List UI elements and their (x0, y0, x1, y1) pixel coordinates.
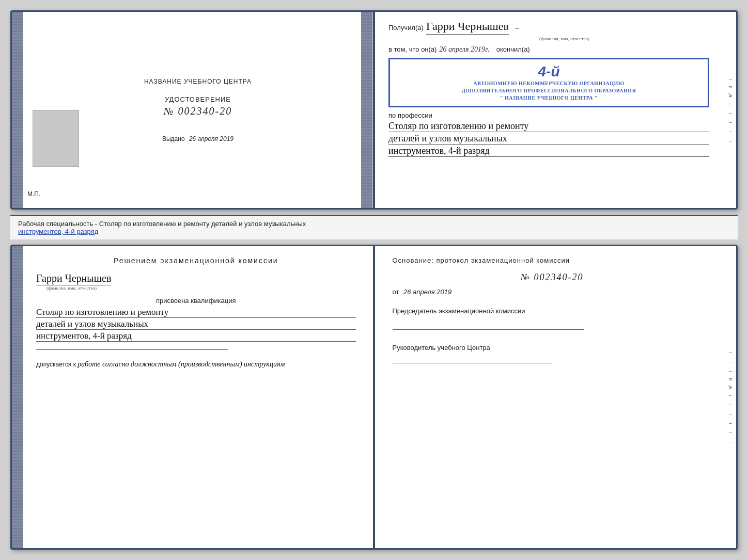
diploma-book-top: НАЗВАНИЕ УЧЕБНОГО ЦЕНТРА УДОСТОВЕРЕНИЕ №… (10, 10, 738, 210)
recipient-name-top: Гарри Чернышев (426, 20, 509, 35)
stamp-line3: " НАЗВАНИЕ УЧЕБНОГО ЦЕНТРА " (396, 94, 702, 102)
desc-line2: инструментов, 4-й разряд (18, 228, 98, 235)
reshen-title: Решением экзаменационной комиссии (36, 257, 356, 265)
dash3: – (729, 120, 731, 125)
top-right-page: Получил(а) Гарри Чернышев – (фамилия, им… (373, 12, 736, 208)
qual-line1: Столяр по изготовлению и ремонту (36, 307, 356, 318)
top-left-page: НАЗВАНИЕ УЧЕБНОГО ЦЕНТРА УДОСТОВЕРЕНИЕ №… (12, 12, 373, 208)
recipient-name-bottom-wrapper: Гарри Чернышев (36, 273, 356, 284)
profession-line1: Столяр по изготовлению и ремонту (388, 121, 709, 132)
left-content: НАЗВАНИЕ УЧЕБНОГО ЦЕНТРА УДОСТОВЕРЕНИЕ №… (144, 22, 252, 198)
protocol-num: № 002340-20 (393, 272, 712, 283)
sig-line-bottom (36, 349, 228, 350)
diploma-book-bottom: Решением экзаменационной комиссии Гарри … (10, 245, 738, 550)
ot-line: от 26 апреля 2019 (393, 288, 712, 296)
bdash2: – (729, 359, 731, 364)
vtom-label: в том, что он(а) (388, 45, 437, 53)
udostoverenie-num: № 002340-20 (164, 105, 232, 117)
dopuskaetsya-line: допускается к работе согласно должностны… (36, 360, 356, 369)
photo-placeholder (33, 110, 79, 167)
fio-hint-bottom: (фамилия, имя, отчество) (46, 285, 356, 291)
qual-line3: инструментов, 4-й разряд (36, 331, 356, 342)
bdash5: – (729, 411, 731, 417)
rukovoditel-label: Руководитель учебного Центра (393, 344, 490, 351)
bletter-i: и (728, 378, 734, 381)
okonchil-label: окончил(а) (496, 45, 530, 53)
page-wrapper: НАЗВАНИЕ УЧЕБНОГО ЦЕНТРА УДОСТОВЕРЕНИЕ №… (0, 0, 748, 560)
ot-date: 26 апреля 2019 (403, 288, 451, 296)
bottom-right-page: Основание: протокол экзаменационной коми… (375, 246, 737, 548)
qual-line2: деталей и узлов музыкальных (36, 319, 356, 330)
bdash1: – (729, 350, 731, 355)
dash2: – (729, 110, 731, 116)
stamp-box: 4-й АВТОНОМНУЮ НЕКОММЕРЧЕСКУЮ ОРГАНИЗАЦИ… (388, 58, 709, 107)
vtom-line: в том, что он(а) 26 апреля 2019г. окончи… (388, 45, 709, 54)
mp-label: М.П. (27, 190, 40, 198)
dash4: – (729, 129, 731, 134)
bottom-right-content: Основание: протокол экзаменационной коми… (393, 257, 712, 363)
arrow-mark: ← (728, 101, 733, 106)
bdash4: – (729, 402, 731, 407)
bdash6: – (729, 421, 731, 426)
stamp-line2: ДОПОЛНИТЕЛЬНОГО ПРОФЕССИОНАЛЬНОГО ОБРАЗО… (396, 87, 702, 94)
stamp-line1: АВТОНОМНУЮ НЕКОММЕРЧЕСКУЮ ОРГАНИЗАЦИЮ (396, 80, 702, 87)
prisvoena-label: присвоена квалификация (36, 297, 356, 305)
ot-label: от (393, 288, 399, 296)
right-content: Получил(а) Гарри Чернышев – (фамилия, им… (388, 20, 709, 157)
bletter-a: ,а (728, 385, 734, 389)
letter-a: ,а (728, 93, 734, 97)
dash5: – (729, 138, 731, 143)
profession-line2: деталей и узлов музыкальных (388, 133, 709, 145)
side-marks-bottom: – – – и ,а ← – – – – – (725, 246, 736, 548)
vydano-label: Выдано (162, 135, 185, 142)
dopuskaetsya-label: допускается к (36, 361, 76, 368)
dash1: – (729, 76, 731, 82)
poluchil-label: Получил(а) (388, 24, 424, 31)
predsedatel-label: Председатель экзаменационной комиссии (393, 307, 525, 315)
description-text: Рабочая специальность - Столяр по изгото… (10, 215, 738, 239)
rukovoditel-sig-line (393, 363, 552, 363)
texture-left (12, 12, 23, 208)
profession-line3: инструментов, 4-й разряд (388, 146, 709, 157)
letter-i: и (728, 86, 734, 89)
stamp-number: 4-й (396, 63, 702, 80)
predsedatel-block: Председатель экзаменационной комиссии (393, 306, 712, 330)
fio-hint-top: (фамилия, имя, отчество) (419, 36, 709, 41)
bottom-left-content: Решением экзаменационной комиссии Гарри … (36, 257, 356, 369)
bdash8: – (729, 439, 731, 444)
recipient-name-bottom: Гарри Чернышев (36, 273, 111, 285)
bottom-left-page: Решением экзаменационной комиссии Гарри … (12, 246, 375, 548)
vydano-date: 26 апреля 2019 (189, 135, 233, 142)
rukovoditel-block: Руководитель учебного Центра (393, 343, 712, 364)
predsedatel-sig-line (393, 329, 584, 330)
vydano-line: Выдано 26 апреля 2019 (162, 135, 233, 142)
udostoverenie-title: УДОСТОВЕРЕНИЕ (164, 95, 232, 103)
barrow-mark: ← (728, 393, 733, 398)
po-professii-label: по профессии (388, 111, 709, 119)
osnovanie-title: Основание: протокол экзаменационной коми… (393, 257, 712, 264)
dopuskaetsya-text: работе согласно должностным (производств… (77, 360, 285, 368)
bdash7: – (729, 430, 731, 435)
poluchil-line: Получил(а) Гарри Чернышев – (388, 20, 709, 35)
bdash3: – (729, 369, 731, 374)
date-handwritten: 26 апреля 2019г. (439, 45, 489, 54)
side-marks-top: – и ,а ← – – – – (725, 12, 736, 208)
texture-left-bottom (12, 246, 23, 548)
desc-line1: Рабочая специальность - Столяр по изгото… (18, 220, 306, 228)
center-title: НАЗВАНИЕ УЧЕБНОГО ЦЕНТРА (144, 78, 252, 85)
texture-right-left-page (361, 12, 372, 208)
udostoverenie-block: УДОСТОВЕРЕНИЕ № 002340-20 (164, 95, 232, 117)
